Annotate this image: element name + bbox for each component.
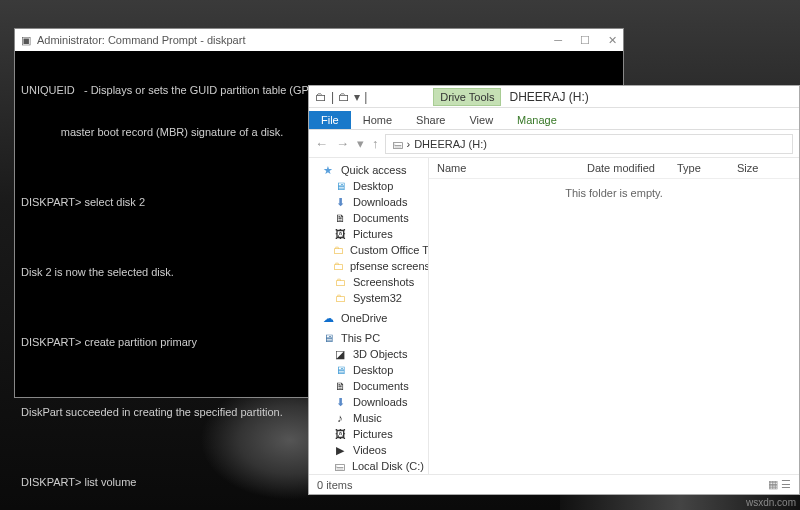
col-size[interactable]: Size: [729, 158, 779, 178]
nav-up-icon[interactable]: ↑: [372, 136, 379, 151]
qat-divider: |: [331, 90, 334, 104]
sidebar-item-folder[interactable]: 🗀Screenshots: [315, 274, 428, 290]
fe-titlebar[interactable]: 🗀 | 🗀 ▾ | Drive Tools DHEERAJ (H:): [309, 86, 799, 108]
status-item-count: 0 items: [317, 479, 352, 491]
sidebar-item-videos[interactable]: ▶Videos: [315, 442, 428, 458]
documents-icon: 🗎: [333, 211, 347, 225]
tab-home[interactable]: Home: [351, 111, 404, 129]
drive-tools-tab[interactable]: Drive Tools: [433, 88, 501, 106]
status-bar: 0 items ▦ ☰: [309, 474, 799, 494]
maximize-button[interactable]: ☐: [580, 34, 590, 47]
content-pane: Name Date modified Type Size This folder…: [429, 158, 799, 474]
pictures-icon: 🖼: [333, 227, 347, 241]
onedrive-icon: ☁: [321, 311, 335, 325]
drive-icon: 🖴: [333, 459, 346, 473]
cmd-title-text: Administrator: Command Prompt - diskpart: [37, 34, 245, 46]
tab-share[interactable]: Share: [404, 111, 457, 129]
col-date[interactable]: Date modified: [579, 158, 669, 178]
sidebar-item-downloads[interactable]: ⬇Downloads: [315, 194, 428, 210]
qat-dropdown-icon[interactable]: ▾: [354, 90, 360, 104]
file-explorer-window: 🗀 | 🗀 ▾ | Drive Tools DHEERAJ (H:) File …: [308, 85, 800, 495]
music-icon: ♪: [333, 411, 347, 425]
folder-icon: 🗀: [333, 275, 347, 289]
folder-icon: 🗀: [315, 90, 327, 104]
tab-file[interactable]: File: [309, 111, 351, 129]
qat-divider: |: [364, 90, 367, 104]
breadcrumb[interactable]: 🖴 › DHEERAJ (H:): [385, 134, 794, 154]
address-bar-row: ← → ▾ ↑ 🖴 › DHEERAJ (H:): [309, 130, 799, 158]
nav-pane: ★Quick access 🖥Desktop ⬇Downloads 🗎Docum…: [309, 158, 429, 474]
desktop-icon: 🖥: [333, 179, 347, 193]
tab-manage[interactable]: Manage: [505, 111, 569, 129]
cmd-icon: ▣: [21, 34, 31, 47]
breadcrumb-text: DHEERAJ (H:): [414, 138, 487, 150]
sidebar-item-folder[interactable]: 🗀pfsense screensh: [315, 258, 428, 274]
sidebar-item-downloads[interactable]: ⬇Downloads: [315, 394, 428, 410]
sidebar-item-desktop[interactable]: 🖥Desktop: [315, 178, 428, 194]
cmd-titlebar[interactable]: ▣ Administrator: Command Prompt - diskpa…: [15, 29, 623, 51]
folder-icon: 🗀: [333, 259, 344, 273]
column-headers: Name Date modified Type Size: [429, 158, 799, 179]
star-icon: ★: [321, 163, 335, 177]
sidebar-item-folder[interactable]: 🗀System32: [315, 290, 428, 306]
documents-icon: 🗎: [333, 379, 347, 393]
close-button[interactable]: ✕: [608, 34, 617, 47]
ribbon-tabs: File Home Share View Manage: [309, 108, 799, 130]
sidebar-item-documents[interactable]: 🗎Documents: [315, 378, 428, 394]
videos-icon: ▶: [333, 443, 347, 457]
sidebar-item-pictures[interactable]: 🖼Pictures: [315, 426, 428, 442]
view-toggle[interactable]: ▦ ☰: [768, 478, 791, 491]
sidebar-onedrive[interactable]: ☁OneDrive: [315, 310, 428, 326]
sidebar-item-3d-objects[interactable]: ◪3D Objects: [315, 346, 428, 362]
sidebar-item-drive-c[interactable]: 🖴Local Disk (C:): [315, 458, 428, 474]
folder-icon[interactable]: 🗀: [338, 90, 350, 104]
downloads-icon: ⬇: [333, 195, 347, 209]
drive-icon: 🖴: [392, 138, 403, 150]
empty-folder-message: This folder is empty.: [429, 179, 799, 474]
pc-icon: 🖥: [321, 331, 335, 345]
nav-forward-icon[interactable]: →: [336, 136, 349, 151]
sidebar-item-music[interactable]: ♪Music: [315, 410, 428, 426]
col-type[interactable]: Type: [669, 158, 729, 178]
fe-title-text: DHEERAJ (H:): [509, 90, 588, 104]
sidebar-quick-access[interactable]: ★Quick access: [315, 162, 428, 178]
sidebar-this-pc[interactable]: 🖥This PC: [315, 330, 428, 346]
folder-icon: 🗀: [333, 243, 344, 257]
sidebar-item-folder[interactable]: 🗀Custom Office T: [315, 242, 428, 258]
sidebar-item-documents[interactable]: 🗎Documents: [315, 210, 428, 226]
3d-icon: ◪: [333, 347, 347, 361]
folder-icon: 🗀: [333, 291, 347, 305]
watermark: wsxdn.com: [746, 497, 796, 508]
nav-recent-icon[interactable]: ▾: [357, 136, 364, 151]
pictures-icon: 🖼: [333, 427, 347, 441]
downloads-icon: ⬇: [333, 395, 347, 409]
sidebar-item-desktop[interactable]: 🖥Desktop: [315, 362, 428, 378]
tab-view[interactable]: View: [457, 111, 505, 129]
minimize-button[interactable]: ─: [554, 34, 562, 47]
col-name[interactable]: Name: [429, 158, 579, 178]
nav-back-icon[interactable]: ←: [315, 136, 328, 151]
sidebar-item-pictures[interactable]: 🖼Pictures: [315, 226, 428, 242]
chevron-right-icon: ›: [407, 138, 411, 150]
desktop-icon: 🖥: [333, 363, 347, 377]
